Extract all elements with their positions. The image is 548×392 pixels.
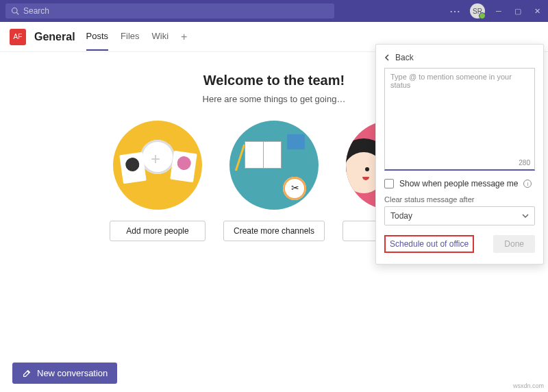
status-panel: Back Type @ to mention someone in your s…	[375, 44, 544, 265]
search-icon	[11, 7, 19, 15]
new-conversation-label: New conversation	[37, 368, 108, 378]
chevron-down-icon	[522, 212, 529, 219]
create-channels-button[interactable]: Create more channels	[223, 221, 325, 241]
watermark: wsxdn.com	[513, 382, 544, 389]
svg-line-1	[16, 12, 18, 14]
done-button[interactable]: Done	[493, 235, 535, 253]
char-counter: 280	[519, 159, 530, 167]
card-add-people: + Add more people	[106, 121, 209, 241]
tab-bar: Posts Files Wiki +	[86, 23, 188, 51]
team-avatar[interactable]: AF	[10, 29, 26, 45]
back-button[interactable]: Back	[384, 53, 535, 62]
clear-after-dropdown[interactable]: Today	[384, 206, 535, 225]
search-input[interactable]: Search	[5, 3, 334, 19]
status-placeholder: Type @ to mention someone in your status	[390, 73, 512, 89]
new-conversation-button[interactable]: New conversation	[12, 363, 117, 384]
status-textarea[interactable]: Type @ to mention someone in your status…	[384, 68, 535, 171]
show-when-message-label: Show when people message me	[399, 179, 518, 188]
close-button[interactable]: ✕	[532, 7, 543, 16]
tab-files[interactable]: Files	[121, 23, 139, 51]
title-bar: Search ⋯ SR ─ ▢ ✕	[0, 0, 548, 22]
schedule-out-of-office-link[interactable]: Schedule out of office	[384, 235, 474, 253]
profile-avatar[interactable]: SR	[470, 3, 485, 19]
chevron-left-icon	[384, 54, 391, 61]
maximize-button[interactable]: ▢	[512, 7, 523, 16]
add-people-illustration: +	[113, 121, 202, 210]
clear-after-label: Clear status message after	[384, 195, 535, 204]
search-placeholder: Search	[23, 6, 49, 16]
channels-illustration: ✂	[229, 121, 319, 210]
add-people-button[interactable]: Add more people	[110, 221, 206, 241]
content-area: AF General Posts Files Wiki + Welcome to…	[0, 22, 548, 392]
card-create-channels: ✂ Create more channels	[223, 121, 325, 241]
tab-posts[interactable]: Posts	[86, 23, 109, 51]
tab-wiki[interactable]: Wiki	[152, 23, 169, 51]
show-when-message-checkbox[interactable]	[384, 179, 394, 188]
add-tab-button[interactable]: +	[181, 31, 187, 43]
channel-name: General	[34, 31, 75, 43]
panel-actions: Schedule out of office Done	[384, 235, 535, 253]
compose-icon	[22, 369, 32, 378]
minimize-button[interactable]: ─	[493, 7, 504, 15]
info-icon[interactable]: i	[523, 180, 532, 188]
svg-point-0	[12, 8, 18, 14]
more-icon[interactable]: ⋯	[449, 5, 462, 18]
show-when-message-row: Show when people message me i	[384, 179, 535, 188]
